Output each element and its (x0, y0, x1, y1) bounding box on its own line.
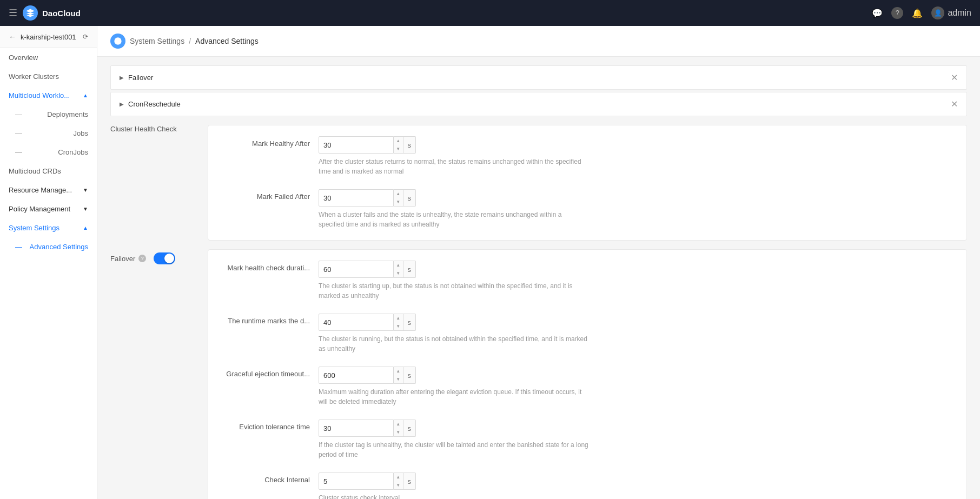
eviction-tolerance-row: Eviction tolerance time ▲ ▼ s (221, 420, 953, 460)
sidebar-item-label: Overview (9, 54, 38, 62)
spinner-down-btn[interactable]: ▼ (394, 322, 403, 330)
mark-failed-after-unit: s (403, 189, 416, 207)
spinner-up-btn[interactable]: ▲ (394, 190, 403, 198)
chevron-right-icon: ▶ (120, 75, 124, 81)
health-check-duration-input-box (319, 261, 394, 278)
avatar: 👤 (931, 6, 944, 19)
notification-icon[interactable]: 🔔 (912, 8, 923, 18)
sidebar-item-label: Multicloud CRDs (9, 167, 61, 175)
spinner-up-btn[interactable]: ▲ (394, 367, 403, 375)
spinner-down-btn[interactable]: ▼ (394, 198, 403, 206)
check-internal-spinners: ▲ ▼ (394, 473, 403, 490)
graceful-ejection-input[interactable] (323, 371, 389, 380)
refresh-icon[interactable]: ⟳ (83, 33, 88, 41)
chevron-down-icon: ▼ (83, 187, 88, 193)
close-icon[interactable]: ✕ (951, 99, 958, 109)
navbar-left: ☰ DaoCloud (9, 5, 81, 21)
message-icon[interactable]: 💬 (872, 8, 883, 18)
collapse-cronreschedule-header[interactable]: ▶ CronReschedule ✕ (111, 92, 966, 116)
toggle-knob (164, 254, 174, 263)
cluster-health-check-section: Cluster Health Check Mark Healthy After (110, 125, 967, 241)
hamburger-icon[interactable]: ☰ (9, 7, 17, 19)
sidebar-item-label: Resource Manage... (9, 186, 72, 194)
eviction-tolerance-input-group: ▲ ▼ s (319, 420, 416, 437)
sidebar-item-label: CronJobs (58, 148, 88, 156)
sidebar-item-label: System Settings (9, 224, 59, 232)
dash-icon: — (15, 243, 22, 251)
mark-healthy-after-unit: s (403, 136, 416, 154)
cluster-name: k-kairship-test001 (21, 33, 76, 41)
spinner-down-btn[interactable]: ▼ (394, 145, 403, 153)
sidebar-item-label: Jobs (74, 129, 88, 137)
sidebar-item-label: Policy Management (9, 205, 70, 213)
sidebar-item-system-settings[interactable]: System Settings ▲ (0, 218, 97, 237)
spinner-up-btn[interactable]: ▲ (394, 137, 403, 145)
failover-help-icon[interactable]: ? (138, 255, 146, 262)
spinner-up-btn[interactable]: ▲ (394, 261, 403, 269)
runtime-marks-input[interactable] (323, 318, 389, 327)
mark-failed-after-input[interactable] (323, 194, 389, 202)
health-check-duration-control: ▲ ▼ s The cluster is starting up, but th… (319, 261, 953, 301)
navbar-logo: DaoCloud (23, 5, 81, 21)
close-icon[interactable]: ✕ (951, 72, 958, 83)
mark-healthy-after-label: Mark Healthy After (221, 136, 319, 148)
spinner-down-btn[interactable]: ▼ (394, 481, 403, 489)
spinner-down-btn[interactable]: ▼ (394, 428, 403, 436)
spinner-down-btn[interactable]: ▼ (394, 375, 403, 383)
sidebar-item-multicloud-workload[interactable]: Multicloud Worklo... ▲ (0, 86, 97, 105)
graceful-ejection-input-group: ▲ ▼ s (319, 367, 416, 384)
sidebar-item-label: Deployments (47, 110, 88, 118)
breadcrumb-parent[interactable]: System Settings (130, 37, 184, 45)
runtime-marks-label: The runtime marks the d... (221, 314, 319, 325)
spinner-up-btn[interactable]: ▲ (394, 420, 403, 428)
eviction-tolerance-spinners: ▲ ▼ (394, 420, 403, 437)
health-check-duration-row: Mark health check durati... ▲ ▼ s (221, 261, 953, 301)
sidebar-item-policy-management[interactable]: Policy Management ▼ (0, 199, 97, 218)
sidebar-item-cronjobs[interactable]: — CronJobs (0, 143, 97, 162)
health-check-duration-unit: s (403, 261, 416, 278)
check-internal-input[interactable] (323, 477, 389, 485)
sidebar-item-jobs[interactable]: — Jobs (0, 124, 97, 143)
dash-icon: — (15, 110, 22, 118)
health-check-duration-input[interactable] (323, 265, 389, 274)
failover-toggle-section: Failover ? Mark health check durati... (110, 249, 967, 499)
sidebar-item-worker-clusters[interactable]: Worker Clusters (0, 67, 97, 86)
spinner-down-btn[interactable]: ▼ (394, 269, 403, 277)
check-internal-unit: s (403, 473, 416, 490)
help-icon[interactable]: ? (891, 7, 903, 19)
graceful-ejection-label: Graceful ejection timeout... (221, 367, 319, 378)
graceful-ejection-row: Graceful ejection timeout... ▲ ▼ (221, 367, 953, 407)
sidebar-item-resource-manage[interactable]: Resource Manage... ▼ (0, 181, 97, 199)
sidebar-item-advanced-settings[interactable]: — Advanced Settings (0, 237, 97, 256)
mark-healthy-after-input[interactable] (323, 141, 389, 149)
spinner-up-btn[interactable]: ▲ (394, 314, 403, 322)
sidebar-item-multicloud-crds[interactable]: Multicloud CRDs (0, 162, 97, 181)
eviction-tolerance-input[interactable] (323, 424, 389, 433)
mark-failed-after-input-box (319, 189, 394, 207)
sidebar-item-deployments[interactable]: — Deployments (0, 105, 97, 124)
failover-toggle[interactable] (154, 252, 175, 264)
mark-healthy-after-input-group: ▲ ▼ s (319, 136, 416, 154)
back-button[interactable]: ← (9, 32, 16, 41)
mark-healthy-after-spinners: ▲ ▼ (394, 136, 403, 154)
failover-panel: Mark health check durati... ▲ ▼ s (208, 249, 967, 499)
collapse-header-left: ▶ CronReschedule (120, 100, 181, 108)
sidebar-item-label: Advanced Settings (30, 243, 88, 251)
cluster-health-check-label: Cluster Health Check (110, 125, 208, 133)
sidebar-item-overview[interactable]: Overview (0, 48, 97, 67)
spinner-up-btn[interactable]: ▲ (394, 473, 403, 481)
collapse-failover-header[interactable]: ▶ Failover ✕ (111, 66, 966, 89)
health-check-duration-label: Mark health check durati... (221, 261, 319, 272)
eviction-tolerance-label: Eviction tolerance time (221, 420, 319, 431)
breadcrumb-current: Advanced Settings (195, 37, 259, 45)
sidebar: ← k-kairship-test001 ⟳ Overview Worker C… (0, 26, 97, 499)
collapse-cronreschedule: ▶ CronReschedule ✕ (110, 92, 967, 116)
mark-healthy-after-control: ▲ ▼ s After the cluster status returns t… (319, 136, 953, 176)
runtime-marks-input-group: ▲ ▼ s (319, 314, 416, 331)
check-internal-input-group: ▲ ▼ s (319, 473, 416, 490)
navbar-right: 💬 ? 🔔 👤 admin (872, 6, 971, 19)
chevron-up-icon: ▲ (83, 92, 88, 98)
runtime-marks-unit: s (403, 314, 416, 331)
logo-icon (23, 5, 38, 21)
mark-failed-after-label: Mark Failed After (221, 189, 319, 201)
